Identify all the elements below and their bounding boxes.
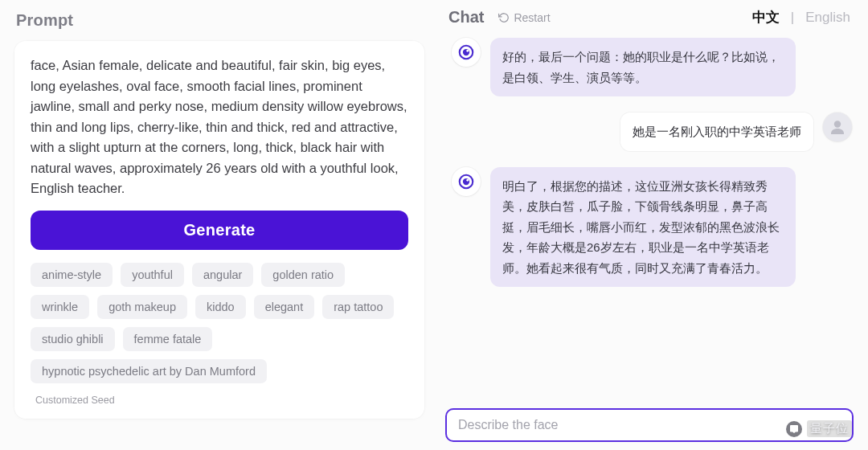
chat-panel: Chat Restart 中文 | English 好的，最后一个问题：她的职业… bbox=[434, 0, 868, 450]
tag-list: anime-style youthful angular golden rati… bbox=[31, 263, 408, 383]
chat-composer bbox=[445, 408, 854, 442]
bot-icon bbox=[457, 173, 475, 190]
tag-item[interactable]: femme fatale bbox=[123, 327, 213, 351]
tag-item[interactable]: goth makeup bbox=[97, 295, 187, 319]
svg-point-2 bbox=[466, 50, 469, 52]
lang-separator: | bbox=[791, 10, 794, 26]
prompt-text[interactable]: face, Asian female, delicate and beautif… bbox=[31, 55, 408, 199]
customized-seed-link[interactable]: Customized Seed bbox=[35, 395, 408, 406]
prompt-panel: Prompt face, Asian female, delicate and … bbox=[0, 0, 434, 450]
lang-en[interactable]: English bbox=[805, 10, 850, 26]
chat-heading: Chat bbox=[448, 8, 484, 27]
tag-item[interactable]: youthful bbox=[121, 263, 184, 287]
tag-item[interactable]: studio ghibli bbox=[31, 327, 115, 351]
tag-item[interactable]: rap tattoo bbox=[322, 295, 394, 319]
user-icon bbox=[828, 117, 847, 137]
tag-item[interactable]: angular bbox=[192, 263, 253, 287]
chat-message-bot: 明白了，根据您的描述，这位亚洲女孩长得精致秀美，皮肤白皙，瓜子脸，下颌骨线条明显… bbox=[452, 167, 852, 288]
tag-item[interactable]: wrinkle bbox=[31, 295, 89, 319]
chat-input-wrap[interactable] bbox=[445, 408, 854, 442]
svg-point-1 bbox=[463, 49, 469, 55]
restart-label: Restart bbox=[514, 11, 550, 24]
tag-item[interactable]: golden ratio bbox=[261, 263, 345, 287]
tag-item[interactable]: kiddo bbox=[195, 295, 246, 319]
chat-input[interactable] bbox=[458, 418, 841, 432]
prompt-card: face, Asian female, delicate and beautif… bbox=[14, 41, 424, 419]
restart-icon bbox=[498, 12, 510, 23]
language-switch: 中文 | English bbox=[752, 8, 850, 27]
chat-message-bot: 好的，最后一个问题：她的职业是什么呢？比如说，是白领、学生、演员等等。 bbox=[452, 38, 852, 96]
chat-bubble: 她是一名刚入职的中学英语老师 bbox=[620, 112, 813, 151]
svg-point-5 bbox=[463, 178, 469, 184]
prompt-heading: Prompt bbox=[16, 11, 424, 30]
bot-icon bbox=[457, 43, 475, 61]
user-avatar bbox=[823, 112, 852, 141]
chat-bubble: 明白了，根据您的描述，这位亚洲女孩长得精致秀美，皮肤白皙，瓜子脸，下颌骨线条明显… bbox=[490, 167, 796, 288]
tag-item[interactable]: elegant bbox=[254, 295, 315, 319]
svg-point-3 bbox=[834, 121, 841, 127]
chat-thread: 好的，最后一个问题：她的职业是什么呢？比如说，是白领、学生、演员等等。 她是一名… bbox=[445, 35, 854, 403]
bot-avatar bbox=[452, 167, 481, 196]
svg-point-6 bbox=[466, 178, 469, 181]
tag-item[interactable]: hypnotic psychedelic art by Dan Mumford bbox=[31, 359, 267, 383]
tag-item[interactable]: anime-style bbox=[31, 263, 113, 287]
restart-button[interactable]: Restart bbox=[498, 11, 550, 24]
lang-zh[interactable]: 中文 bbox=[752, 8, 780, 27]
chat-bubble: 好的，最后一个问题：她的职业是什么呢？比如说，是白领、学生、演员等等。 bbox=[490, 38, 796, 96]
chat-message-user: 她是一名刚入职的中学英语老师 bbox=[452, 112, 852, 151]
chat-header: Chat Restart 中文 | English bbox=[445, 6, 854, 35]
bot-avatar bbox=[452, 38, 481, 67]
generate-button[interactable]: Generate bbox=[31, 211, 408, 250]
